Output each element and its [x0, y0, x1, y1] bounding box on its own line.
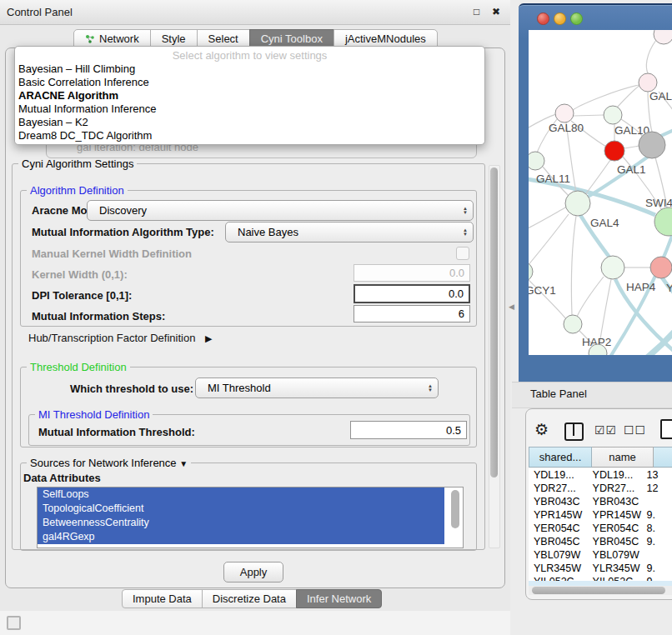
dropdown-item[interactable]: ARACNE Algorithm — [15, 89, 484, 102]
network-node-gal11[interactable] — [529, 152, 544, 170]
select-all-checkboxes-icon[interactable]: ☑☑ — [594, 423, 617, 437]
table-cell: YLR345W — [586, 562, 642, 575]
table-cell: YPR145W — [529, 508, 586, 522]
kernel-width-field[interactable] — [354, 264, 470, 282]
dropdown-item[interactable]: Bayesian – K2 — [15, 116, 484, 129]
apply-button-label: Apply — [240, 566, 268, 578]
list-item[interactable]: TopologicalCoefficient — [38, 502, 444, 516]
hub-definition-toggle[interactable]: Hub/Transcription Factor Definition ▶ — [28, 332, 212, 344]
table-cell: 9. — [642, 562, 672, 575]
network-view-window[interactable]: GALGAL80GAL10GAL1GAL11GAL4SWI4HAP4YGCY1H… — [519, 3, 672, 382]
dpi-tolerance-field[interactable] — [354, 284, 470, 303]
list-item[interactable]: SelfLoops — [38, 488, 444, 502]
tab-impute-data[interactable]: Impute Data — [122, 589, 203, 608]
mi-steps-field[interactable] — [354, 305, 470, 322]
table-row[interactable]: YLR345WYLR345W9. — [529, 562, 672, 575]
dock-grip[interactable] — [7, 616, 21, 630]
combo-stepper-icon: ▲▼ — [423, 384, 438, 392]
network-icon — [85, 34, 95, 44]
column-header-extra[interactable] — [654, 447, 672, 468]
list-item[interactable]: gal4RGexp — [38, 530, 444, 544]
gear-icon[interactable]: ⚙ — [534, 420, 549, 439]
combo-stepper-icon: ▲▼ — [458, 207, 473, 215]
zoom-window-icon[interactable] — [570, 12, 583, 25]
table-row[interactable]: YBR043CYBR043C — [529, 495, 672, 508]
minimize-window-icon[interactable] — [554, 12, 566, 25]
table-row[interactable]: YDR27...YDR27...12 — [529, 482, 672, 495]
network-node-hap2[interactable] — [564, 315, 582, 333]
table-cell: 9. — [642, 508, 672, 522]
tab-label: Infer Network — [307, 592, 371, 605]
manual-kernel-width-checkbox[interactable] — [456, 247, 469, 260]
algorithm-dropdown-popup: Select algorithm to view settings Bayesi… — [14, 46, 485, 145]
network-node-gcy1[interactable] — [529, 262, 533, 282]
table-row[interactable]: YBR045CYBR045C9. — [529, 535, 672, 548]
sources-legend-label: Sources for Network Inference — [30, 457, 177, 469]
network-node[interactable] — [654, 30, 672, 44]
mi-algorithm-type-label: Mutual Information Algorithm Type: — [32, 226, 214, 238]
control-panel-title: Control Panel — [7, 6, 73, 18]
settings-scrollbar-thumb[interactable] — [490, 168, 498, 478]
network-node-gal80[interactable] — [555, 104, 574, 122]
control-panel-header — [0, 0, 510, 25]
network-node-gal1[interactable] — [604, 141, 624, 161]
network-node-gal4[interactable] — [565, 191, 590, 216]
table-hscrollbar-thumb[interactable] — [532, 587, 665, 594]
dropdown-item[interactable]: Dream8 DC_TDC Algorithm — [15, 129, 484, 142]
table-hscrollbar[interactable] — [529, 586, 672, 595]
cyni-algorithm-settings-legend: Cyni Algorithm Settings — [18, 158, 137, 170]
node-label: GAL80 — [549, 122, 584, 134]
columns-icon[interactable] — [564, 422, 584, 441]
hub-definition-label: Hub/Transcription Factor Definition — [28, 332, 195, 344]
close-panel-button[interactable]: ✖ — [492, 6, 500, 18]
sources-legend[interactable]: Sources for Network Inference ▼ — [27, 457, 191, 469]
table-body[interactable]: YDL19...YDL19...13YDR27...YDR27...12YBR0… — [529, 468, 672, 585]
list-scrollbar[interactable] — [450, 489, 460, 546]
network-node-y[interactable] — [650, 257, 672, 278]
table-row[interactable]: YPR145WYPR145W9. — [529, 508, 672, 522]
file-icon[interactable] — [660, 419, 672, 439]
network-node[interactable] — [639, 132, 665, 158]
list-scrollbar-thumb[interactable] — [451, 490, 459, 528]
node-label: HAP4 — [626, 281, 656, 293]
mi-threshold-field[interactable] — [350, 421, 467, 439]
algorithm-dropdown-list: Bayesian – Hill ClimbingBasic Correlatio… — [15, 62, 484, 142]
table-cell — [642, 548, 672, 562]
panel-divider-collapse-icon[interactable]: ◀ — [509, 302, 514, 311]
node-label: GCY1 — [529, 284, 556, 297]
column-header-shared[interactable]: shared... — [529, 447, 592, 468]
dropdown-item[interactable]: Basic Correlation Inference — [15, 76, 484, 89]
status-strip — [0, 611, 510, 635]
apply-button[interactable]: Apply — [223, 562, 283, 582]
table-row[interactable]: YER054CYER054C8. — [529, 522, 672, 535]
float-panel-button[interactable]: □ — [474, 6, 479, 18]
network-node-gal10[interactable] — [604, 106, 622, 124]
mi-algorithm-type-combobox[interactable]: Naive Bayes ▲▼ — [225, 222, 474, 242]
column-header-name[interactable]: name — [592, 447, 654, 468]
close-window-icon[interactable] — [537, 12, 549, 25]
tab-discretize-data[interactable]: Discretize Data — [202, 589, 297, 608]
network-node-hap4[interactable] — [601, 256, 624, 279]
dropdown-item[interactable]: Bayesian – Hill Climbing — [15, 62, 484, 76]
settings-scrollbar[interactable] — [489, 165, 500, 548]
dropdown-item[interactable]: Mutual Information Inference — [15, 102, 484, 116]
chevron-right-icon: ▶ — [205, 333, 212, 343]
node-label: Y — [666, 282, 672, 294]
mi-threshold-definition-legend: MI Threshold Definition — [35, 408, 153, 421]
data-attributes-label: Data Attributes — [23, 472, 101, 484]
data-attributes-list[interactable]: SelfLoopsTopologicalCoefficientBetweenne… — [37, 487, 464, 548]
list-item[interactable]: BetweennessCentrality — [38, 516, 444, 530]
deselect-all-checkboxes-icon[interactable]: ☐☐ — [624, 423, 646, 437]
node-label: SWI4 — [645, 197, 672, 209]
aracne-mode-value: Discovery — [88, 204, 458, 217]
node-label: GAL1 — [617, 163, 646, 176]
algorithm-dropdown-placeholder: Select algorithm to view settings — [15, 49, 484, 62]
network-node-gal[interactable] — [639, 73, 657, 92]
aracne-mode-combobox[interactable]: Discovery ▲▼ — [87, 200, 474, 221]
which-threshold-combobox[interactable]: MI Threshold ▲▼ — [195, 378, 439, 398]
network-canvas[interactable]: GALGAL80GAL10GAL1GAL11GAL4SWI4HAP4YGCY1H… — [529, 30, 672, 355]
network-node-swi4[interactable] — [654, 208, 672, 236]
table-row[interactable]: YDL19...YDL19...13 — [529, 468, 672, 482]
table-row[interactable]: YBL079WYBL079W — [529, 548, 672, 562]
tab-infer-network[interactable]: Infer Network — [296, 589, 382, 608]
